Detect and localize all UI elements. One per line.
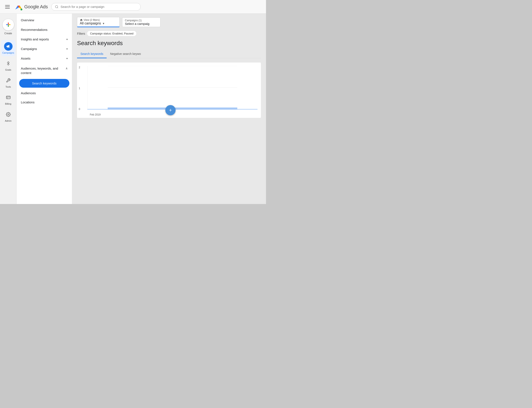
admin-svg-icon [6, 112, 11, 117]
svg-rect-8 [6, 24, 8, 25]
create-label: Create [4, 32, 12, 35]
audiences-section: Audiences, keywords, and content ∧ Searc… [17, 63, 72, 107]
view-dropdown-arrow-icon: ▾ [103, 22, 104, 25]
hamburger-menu[interactable] [3, 3, 11, 10]
tab-search-keywords[interactable]: Search keywords [77, 50, 107, 58]
header: Google Ads [0, 0, 266, 14]
search-icon [55, 5, 59, 9]
chart-area: 2 1 0 Feb 2019 [77, 63, 261, 118]
goals-svg-icon [6, 61, 11, 66]
nav-item-recommendations[interactable]: Recommendations [17, 25, 72, 34]
assets-chevron-icon: ▾ [66, 57, 68, 60]
search-input[interactable] [61, 5, 137, 8]
home-icon [80, 18, 83, 21]
audiences-section-header[interactable]: Audiences, keywords, and content ∧ [17, 63, 72, 78]
nav-assets-label: Assets [21, 57, 30, 60]
fab-plus-icon [168, 108, 172, 112]
tools-sidebar-label: Tools [6, 85, 11, 88]
campaign-dropdown-value: Select a campaig [125, 22, 158, 26]
insights-chevron-icon: ▾ [66, 38, 68, 41]
sidebar-item-billing[interactable]: Billing [1, 91, 16, 107]
audiences-chevron-icon: ∧ [66, 67, 68, 70]
audiences-section-title: Audiences, keywords, and content [21, 66, 61, 75]
create-circle-icon [2, 19, 14, 31]
audiences-sub-label: Audiences [21, 91, 36, 95]
nav-sidebar: Overview Recommendations Insights and re… [17, 14, 72, 204]
campaigns-sidebar-label: Campaigns [2, 51, 14, 54]
chart-y-label-2: 2 [79, 66, 80, 69]
icon-sidebar: Create Campaigns Goals [0, 14, 17, 204]
search-keywords-nav-button[interactable]: Search keywords [19, 79, 69, 88]
nav-item-assets[interactable]: Assets ▾ [17, 54, 72, 63]
create-button[interactable]: Create [1, 16, 16, 37]
campaigns-svg-icon [6, 44, 10, 49]
global-search-bar[interactable] [51, 3, 141, 11]
chart-y-label-0: 0 [79, 108, 80, 110]
filter-bar: View (2 filters) All campaigns ▾ Campaig… [77, 17, 261, 27]
page-title: Search keywords [77, 40, 261, 47]
nav-item-overview[interactable]: Overview [17, 15, 72, 25]
google-ads-logo-icon [15, 3, 23, 11]
billing-icon [4, 93, 13, 102]
svg-rect-11 [6, 96, 10, 99]
sidebar-item-goals[interactable]: Goals [1, 57, 16, 73]
fab-add-button[interactable] [165, 105, 176, 115]
campaign-dropdown-label: Campaigns (1) [125, 19, 158, 22]
tab-negative-search[interactable]: Negative search keywo [107, 50, 144, 58]
goals-icon [4, 59, 13, 68]
chart-y-labels: 2 1 0 [79, 66, 80, 110]
plus-icon [5, 22, 11, 28]
nav-recommendations-label: Recommendations [21, 28, 47, 32]
app-name: Google Ads [24, 4, 48, 9]
nav-item-audiences[interactable]: Audiences [17, 88, 72, 98]
chart-svg [87, 66, 257, 109]
svg-rect-9 [8, 24, 10, 25]
main-layout: Create Campaigns Goals [0, 14, 266, 204]
admin-sidebar-label: Admin [5, 119, 11, 122]
admin-icon [4, 110, 13, 119]
filters-label: Filters [77, 32, 85, 35]
goals-sidebar-label: Goals [5, 68, 11, 71]
view-dropdown-label: View (2 filters) [80, 18, 117, 21]
svg-point-4 [20, 8, 22, 10]
svg-point-5 [55, 5, 58, 8]
tools-svg-icon [6, 78, 11, 83]
locations-sub-label: Locations [21, 100, 34, 104]
nav-insights-label: Insights and reports [21, 37, 49, 41]
billing-svg-icon [6, 95, 11, 100]
campaigns-chevron-icon: ▾ [66, 47, 68, 51]
logo-container: Google Ads [15, 3, 48, 11]
svg-point-10 [8, 63, 9, 64]
nav-item-campaigns[interactable]: Campaigns ▾ [17, 44, 72, 54]
sidebar-item-campaigns[interactable]: Campaigns [1, 40, 16, 56]
main-content: View (2 filters) All campaigns ▾ Campaig… [72, 14, 266, 204]
nav-item-insights[interactable]: Insights and reports ▾ [17, 34, 72, 44]
chart-x-label: Feb 2019 [90, 113, 101, 116]
filter-chip-status[interactable]: Campaign status: Enabled, Paused [87, 31, 137, 36]
billing-sidebar-label: Billing [5, 102, 11, 105]
sidebar-item-tools[interactable]: Tools [1, 74, 16, 90]
chart-y-label-1: 1 [79, 87, 80, 90]
tools-icon [4, 76, 13, 85]
chart-line-area [87, 66, 257, 109]
campaigns-icon [4, 42, 13, 51]
nav-campaigns-label: Campaigns [21, 47, 37, 51]
nav-item-locations[interactable]: Locations [17, 98, 72, 107]
nav-overview-label: Overview [21, 18, 34, 22]
view-dropdown-value: All campaigns ▾ [80, 21, 117, 25]
svg-point-14 [8, 114, 9, 115]
campaign-dropdown[interactable]: Campaigns (1) Select a campaig [122, 17, 161, 27]
filters-row: Filters Campaign status: Enabled, Paused [77, 31, 261, 36]
view-dropdown[interactable]: View (2 filters) All campaigns ▾ [77, 17, 120, 27]
tabs-row: Search keywords Negative search keywo [77, 50, 261, 58]
sidebar-item-admin[interactable]: Admin [1, 108, 16, 124]
